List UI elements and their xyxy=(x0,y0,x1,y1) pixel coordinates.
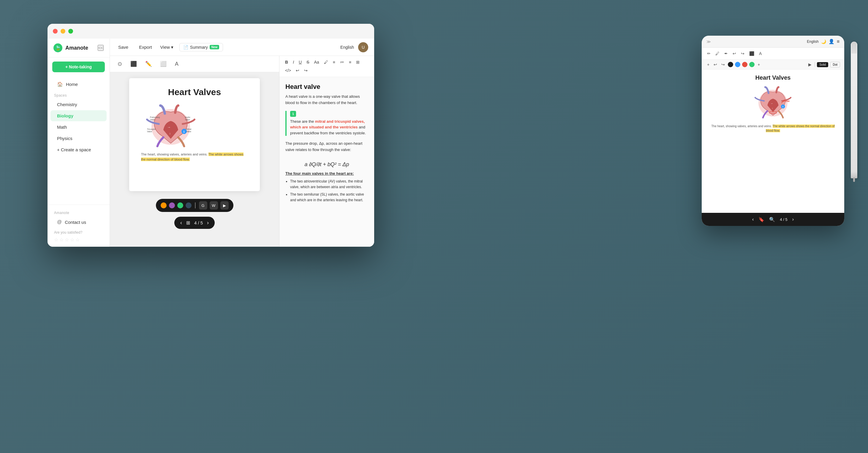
ipad-language[interactable]: English xyxy=(807,39,818,44)
traffic-lights xyxy=(53,29,73,34)
ipad-stamp-btn[interactable]: ⬛ xyxy=(748,51,755,56)
code-button[interactable]: </> xyxy=(284,67,292,74)
ipad-redo2-btn[interactable]: ↪ xyxy=(720,61,726,67)
star-5[interactable]: ☆ xyxy=(75,237,80,243)
sidebar-item-home[interactable]: 🏠 Home xyxy=(51,79,106,90)
pen-tool-button[interactable]: ✏️ xyxy=(144,59,154,68)
svg-text:Flow: Flow xyxy=(783,99,790,103)
ipad-play-btn[interactable]: ▶ xyxy=(807,61,813,67)
ipad-aa-btn[interactable]: A xyxy=(758,51,763,56)
indent-button[interactable]: ≡ xyxy=(332,59,337,65)
save-button[interactable]: Save xyxy=(116,43,131,51)
ipad-undo2-btn[interactable]: ↩ xyxy=(712,61,718,67)
apple-pencil xyxy=(851,41,857,178)
four-valves-link[interactable]: The four main valves in the heart are: xyxy=(285,171,368,176)
color-black[interactable] xyxy=(728,62,733,67)
doc-toolbar: ⊙ ⬛ ✏️ ⬜ A xyxy=(110,56,279,72)
ipad-undo-btn[interactable]: ↩ xyxy=(732,51,737,56)
sidebar-item-biology[interactable]: Biology xyxy=(51,110,106,121)
new-note-button[interactable]: + Note-taking xyxy=(52,61,105,72)
svg-text:Aortic: Aortic xyxy=(185,116,190,118)
sidebar-item-math[interactable]: Math xyxy=(51,121,106,133)
star-1[interactable]: ☆ xyxy=(54,237,58,243)
wikipedia-icon[interactable]: W xyxy=(210,201,218,209)
maximize-button[interactable] xyxy=(68,29,73,34)
grid-view-icon[interactable]: ⊞ xyxy=(186,220,190,226)
ipad-bookmark-button[interactable]: 🔖 xyxy=(758,217,764,222)
ipad-caption: The heart, showing valves, arteries and … xyxy=(708,124,838,133)
font-size-button[interactable]: Aa xyxy=(312,59,320,65)
svg-text:↓: ↓ xyxy=(169,132,171,135)
minimize-button[interactable] xyxy=(61,29,65,34)
color-purple[interactable] xyxy=(169,202,175,208)
svg-text:1: 1 xyxy=(782,106,784,108)
summary-badge[interactable]: 📄 Summary New xyxy=(179,43,223,51)
notes-content: Heart valve A heart valve is a one-way v… xyxy=(279,77,374,247)
color-green[interactable] xyxy=(177,202,183,208)
ipad-highlight-btn[interactable]: 🖊 xyxy=(714,51,721,56)
stamp-tool-button[interactable]: ⬛ xyxy=(129,59,139,68)
italic-button[interactable]: I xyxy=(291,59,296,65)
ipad-pen-btn[interactable]: ✒ xyxy=(723,51,729,56)
ipad-search-button[interactable]: 🔍 xyxy=(769,217,775,222)
star-4[interactable]: ☆ xyxy=(70,237,74,243)
text-tool-button[interactable]: A xyxy=(173,60,180,68)
svg-text:Valve: Valve xyxy=(186,131,191,133)
sidebar-item-physics[interactable]: Physics xyxy=(51,133,106,144)
sidebar-item-chemistry[interactable]: Chemistry xyxy=(51,99,106,110)
underline-button[interactable]: U xyxy=(297,59,303,65)
notes-toolbar: B I U S Aa 🖊 ≡ ≔ ≡ ⊞ </> ↩ ↪ xyxy=(279,56,374,77)
create-space-button[interactable]: + Create a space xyxy=(51,144,106,155)
ipad-next-page-button[interactable]: › xyxy=(792,217,794,222)
bold-button[interactable]: B xyxy=(284,59,289,65)
ipad-more-btn[interactable]: + xyxy=(756,61,761,67)
solid-mode-button[interactable]: Solid xyxy=(817,62,828,67)
contact-us-button[interactable]: @ Contact us xyxy=(51,217,106,228)
color-green[interactable] xyxy=(749,62,754,67)
prev-page-button[interactable]: ‹ xyxy=(180,220,182,226)
undo-button[interactable]: ↩ xyxy=(294,67,301,74)
ipad-redo-btn[interactable]: ↪ xyxy=(740,51,746,56)
number-button[interactable]: ≡ xyxy=(347,59,353,65)
svg-text:→: → xyxy=(770,102,773,105)
language-selector[interactable]: English xyxy=(340,45,354,50)
bullet-button[interactable]: ≔ xyxy=(339,59,346,65)
ipad-prev-page-button[interactable]: ‹ xyxy=(752,217,754,222)
star-2[interactable]: ☆ xyxy=(59,237,64,243)
eraser-tool-button[interactable]: ⬜ xyxy=(158,59,168,68)
close-button[interactable] xyxy=(53,29,58,34)
app-name: Amanote xyxy=(65,45,88,51)
google-icon[interactable]: G xyxy=(199,201,207,209)
collapse-sidebar-button[interactable]: << xyxy=(98,45,104,51)
ipad-user-icon[interactable]: 👤 xyxy=(829,39,834,44)
redo-button[interactable]: ↪ xyxy=(303,67,309,74)
view-button[interactable]: View ▾ xyxy=(160,45,174,50)
sidebar-nav: 🏠 Home Spaces Chemistry Biology Math Ph xyxy=(48,76,110,157)
strikethrough-button[interactable]: S xyxy=(305,59,311,65)
table-button[interactable]: ⊞ xyxy=(354,59,361,65)
rating-label: Are you satisfied? xyxy=(48,228,110,236)
document-icon: 📄 xyxy=(183,45,188,50)
color-blue[interactable] xyxy=(735,62,740,67)
doc-caption: The heart, showing valves, arteries and … xyxy=(141,152,248,162)
user-avatar[interactable]: U xyxy=(358,42,368,52)
dot-mode-button[interactable]: Dot xyxy=(830,62,840,67)
star-rating[interactable]: ☆ ☆ ☆ ☆ ☆ xyxy=(48,236,110,244)
color-orange[interactable] xyxy=(161,202,166,208)
video-icon[interactable]: ▶ xyxy=(220,201,229,209)
annotation-block: 1 These are the mitral and tricuspid val… xyxy=(285,111,368,136)
star-3[interactable]: ☆ xyxy=(65,237,69,243)
annotation-text: These are the mitral and tricuspid valve… xyxy=(290,119,368,136)
export-button[interactable]: Export xyxy=(136,43,154,51)
color-red[interactable] xyxy=(742,62,747,67)
svg-text:↓: ↓ xyxy=(772,107,773,109)
circle-tool-button[interactable]: ⊙ xyxy=(116,59,124,68)
next-page-button[interactable]: › xyxy=(207,220,209,226)
ipad-pencil-btn[interactable]: ✏ xyxy=(706,51,712,56)
highlight-button[interactable]: 🖊 xyxy=(322,59,330,65)
color-dark[interactable] xyxy=(186,202,191,208)
ipad-panel: ≫ English 🌙 👤 ≡ ✏ 🖊 ✒ ↩ ↪ ⬛ A + ↩ ↪ xyxy=(702,36,844,226)
ipad-expand-icon[interactable]: ≫ xyxy=(707,39,711,44)
ipad-plus-btn[interactable]: + xyxy=(706,61,711,67)
ipad-menu-icon[interactable]: ≡ xyxy=(837,39,839,44)
